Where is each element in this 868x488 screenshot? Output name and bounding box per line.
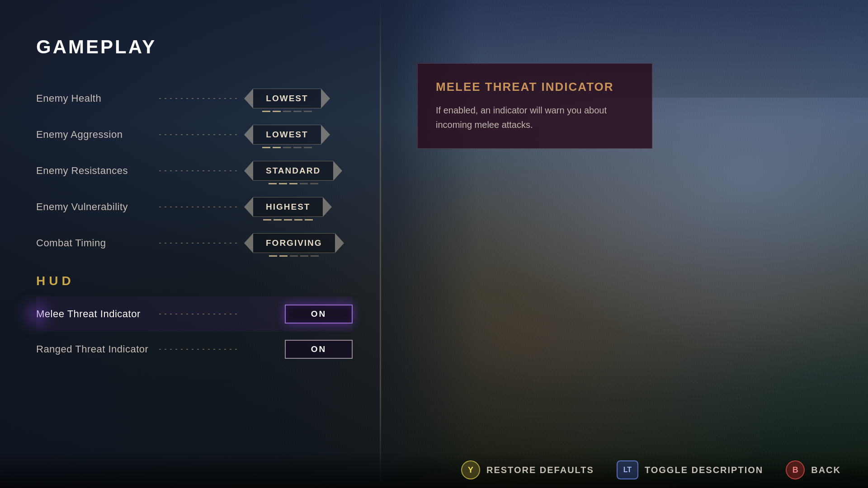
enemy-resistances-wrapper: STANDARD [244,161,342,181]
enemy-aggression-arrow-left[interactable] [244,125,253,145]
enemy-vulnerability-arrow-right[interactable] [323,197,332,217]
dot [284,219,292,221]
dot [304,111,312,112]
dot [283,147,291,148]
dot [279,183,287,184]
setting-row-enemy-resistances[interactable]: Enemy Resistances STANDARD [36,153,353,189]
setting-row-enemy-aggression[interactable]: Enemy Aggression LOWEST [36,117,353,153]
bottom-bar: Y RESTORE DEFAULTS LT TOGGLE DESCRIPTION… [0,452,868,488]
setting-row-melee-threat[interactable]: Melee Threat Indicator ON [36,296,353,332]
enemy-aggression-label: Enemy Aggression [36,129,154,141]
dot [273,147,281,148]
enemy-health-control[interactable]: LOWEST [244,89,353,108]
dot [269,183,277,184]
enemy-vulnerability-label: Enemy Vulnerability [36,201,154,213]
combat-timing-arrow-left[interactable] [244,233,253,253]
settings-list: Enemy Health LOWEST [36,80,353,443]
enemy-aggression-wrapper: LOWEST [244,125,330,145]
dots-combat-timing [159,243,239,244]
dot [283,111,291,112]
enemy-health-arrow-right[interactable] [321,89,330,108]
dot [311,255,319,257]
enemy-vulnerability-control[interactable]: HIGHEST [244,197,353,217]
dot [263,219,271,221]
combat-timing-indicators [269,255,319,257]
dot [304,147,312,148]
dot [262,147,270,148]
dot [289,183,297,184]
b-button-icon: B [786,460,805,479]
dot [294,219,302,221]
left-panel: GAMEPLAY Enemy Health LOWEST [0,0,380,488]
lt-button-icon: LT [617,460,638,479]
melee-threat-label: Melee Threat Indicator [36,308,154,320]
description-title: MELEE THREAT INDICATOR [436,80,634,94]
enemy-resistances-indicators [269,183,318,184]
back-label: BACK [811,465,841,475]
dot [279,255,288,257]
enemy-vulnerability-value: HIGHEST [253,197,323,217]
enemy-vulnerability-indicators [263,219,313,221]
combat-timing-arrow-right[interactable] [335,233,344,253]
enemy-health-value: LOWEST [253,89,321,108]
enemy-resistances-value: STANDARD [253,161,333,181]
setting-row-combat-timing[interactable]: Combat Timing FORGIVING [36,225,353,261]
dot [305,219,313,221]
dot [290,255,298,257]
enemy-resistances-label: Enemy Resistances [36,165,154,177]
right-panel: MELEE THREAT INDICATOR If enabled, an in… [381,0,868,488]
dot [273,111,281,112]
main-layout: GAMEPLAY Enemy Health LOWEST [0,0,868,488]
restore-defaults-action[interactable]: Y RESTORE DEFAULTS [461,460,594,479]
dots-enemy-vulnerability [159,206,239,207]
hud-section-header: HUD [36,261,353,296]
dot [300,183,308,184]
dots-enemy-aggression [159,134,239,135]
ranged-threat-toggle-wrapper[interactable]: ON [244,340,353,359]
enemy-aggression-value: LOWEST [253,125,321,145]
restore-defaults-label: RESTORE DEFAULTS [486,465,594,475]
dots-enemy-health [159,98,239,99]
combat-timing-value: FORGIVING [253,233,335,253]
dots-melee-threat [159,314,239,314]
dots-enemy-resistances [159,170,239,171]
dot [269,255,277,257]
enemy-health-wrapper: LOWEST [244,89,330,108]
enemy-aggression-control[interactable]: LOWEST [244,125,353,145]
dot [293,111,302,112]
setting-row-enemy-health[interactable]: Enemy Health LOWEST [36,80,353,117]
melee-threat-toggle-wrapper[interactable]: ON [244,305,353,324]
enemy-vulnerability-wrapper: HIGHEST [244,197,332,217]
enemy-aggression-indicators [262,147,312,148]
setting-row-ranged-threat[interactable]: Ranged Threat Indicator ON [36,332,353,367]
enemy-aggression-arrow-right[interactable] [321,125,330,145]
description-text: If enabled, an indicator will warn you a… [436,103,634,132]
toggle-description-label: TOGGLE DESCRIPTION [645,465,763,475]
y-button-icon: Y [461,460,480,479]
melee-threat-toggle[interactable]: ON [285,305,353,324]
enemy-resistances-arrow-right[interactable] [333,161,342,181]
toggle-description-action[interactable]: LT TOGGLE DESCRIPTION [617,460,763,479]
dot [310,183,318,184]
enemy-health-arrow-left[interactable] [244,89,253,108]
ranged-threat-label: Ranged Threat Indicator [36,343,154,355]
enemy-resistances-control[interactable]: STANDARD [244,161,353,181]
enemy-vulnerability-arrow-left[interactable] [244,197,253,217]
combat-timing-wrapper: FORGIVING [244,233,344,253]
back-action[interactable]: B BACK [786,460,841,479]
dot [262,111,270,112]
dot [293,147,302,148]
combat-timing-label: Combat Timing [36,237,154,249]
enemy-health-label: Enemy Health [36,93,154,104]
dot [300,255,308,257]
dots-ranged-threat [159,349,239,350]
description-card: MELEE THREAT INDICATOR If enabled, an in… [417,63,652,149]
enemy-health-indicators [262,111,312,112]
page-title: GAMEPLAY [36,36,353,58]
dot [274,219,282,221]
ranged-threat-toggle[interactable]: ON [285,340,353,359]
combat-timing-control[interactable]: FORGIVING [244,233,353,253]
enemy-resistances-arrow-left[interactable] [244,161,253,181]
setting-row-enemy-vulnerability[interactable]: Enemy Vulnerability HIGHEST [36,189,353,225]
active-glow-aura [23,300,50,328]
